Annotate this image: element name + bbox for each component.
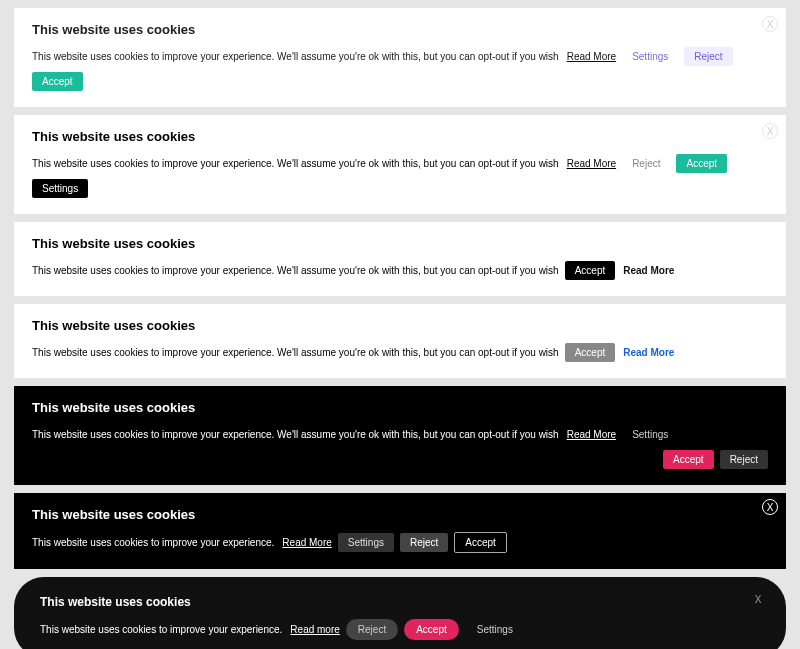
settings-button[interactable]: Settings — [622, 47, 678, 66]
cookie-title: This website uses cookies — [32, 236, 768, 251]
cookie-banner: This website uses cookies This website u… — [14, 304, 786, 378]
accept-button[interactable]: Accept — [663, 450, 714, 469]
cookie-desc: This website uses cookies to improve you… — [32, 347, 559, 358]
cookie-desc: This website uses cookies to improve you… — [32, 51, 559, 62]
close-icon[interactable]: X — [762, 16, 778, 32]
cookie-title: This website uses cookies — [40, 595, 760, 609]
cookie-desc: This website uses cookies to improve you… — [32, 429, 559, 440]
reject-button[interactable]: Reject — [400, 533, 448, 552]
accept-button[interactable]: Accept — [32, 72, 83, 91]
cookie-title: This website uses cookies — [32, 318, 768, 333]
cookie-banner: X This website uses cookies This website… — [14, 493, 786, 569]
read-more-link[interactable]: Read More — [282, 537, 331, 548]
settings-button[interactable]: Settings — [622, 425, 678, 444]
settings-button[interactable]: Settings — [32, 179, 88, 198]
cookie-title: This website uses cookies — [32, 400, 768, 415]
accept-button[interactable]: Accept — [454, 532, 507, 553]
cookie-banner: X This website uses cookies This website… — [14, 577, 786, 649]
cookie-title: This website uses cookies — [32, 129, 768, 144]
accept-button[interactable]: Accept — [404, 619, 459, 640]
read-more-link[interactable]: Read More — [567, 429, 616, 440]
cookie-banner: This website uses cookies This website u… — [14, 386, 786, 485]
read-more-link[interactable]: Read More — [623, 265, 674, 276]
cookie-banner: X This website uses cookies This website… — [14, 115, 786, 214]
close-icon[interactable]: X — [750, 591, 766, 607]
cookie-desc: This website uses cookies to improve you… — [32, 537, 274, 548]
cookie-desc: This website uses cookies to improve you… — [32, 265, 559, 276]
accept-button[interactable]: Accept — [565, 343, 616, 362]
settings-button[interactable]: Settings — [465, 619, 525, 640]
cookie-banner: X This website uses cookies This website… — [14, 8, 786, 107]
read-more-link[interactable]: Read more — [290, 624, 339, 635]
reject-button[interactable]: Reject — [684, 47, 732, 66]
read-more-link[interactable]: Read More — [567, 51, 616, 62]
cookie-title: This website uses cookies — [32, 22, 768, 37]
accept-button[interactable]: Accept — [676, 154, 727, 173]
cookie-desc: This website uses cookies to improve you… — [32, 158, 559, 169]
read-more-link[interactable]: Read More — [567, 158, 616, 169]
accept-button[interactable]: Accept — [565, 261, 616, 280]
reject-button[interactable]: Reject — [720, 450, 768, 469]
cookie-title: This website uses cookies — [32, 507, 768, 522]
reject-button[interactable]: Reject — [622, 154, 670, 173]
reject-button[interactable]: Reject — [346, 619, 398, 640]
close-icon[interactable]: X — [762, 499, 778, 515]
cookie-desc: This website uses cookies to improve you… — [40, 624, 282, 635]
settings-button[interactable]: Settings — [338, 533, 394, 552]
close-icon[interactable]: X — [762, 123, 778, 139]
read-more-link[interactable]: Read More — [623, 347, 674, 358]
cookie-banner: This website uses cookies This website u… — [14, 222, 786, 296]
